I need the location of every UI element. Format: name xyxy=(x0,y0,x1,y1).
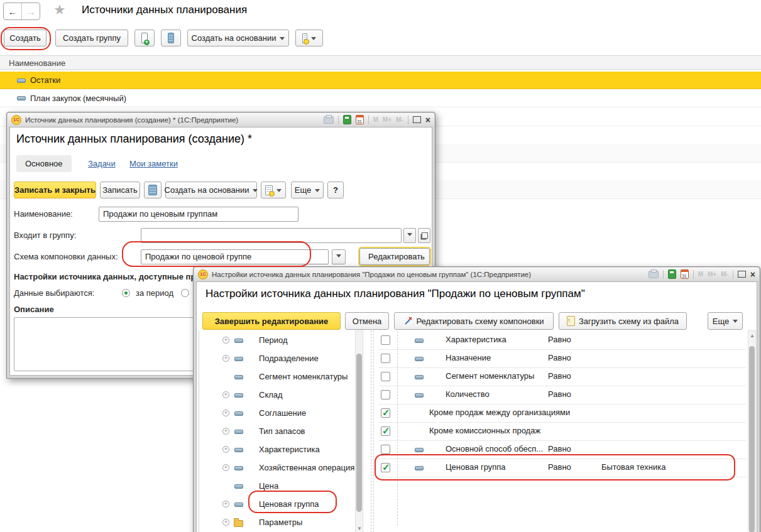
tree-item-price-group[interactable]: + Ценовая группа xyxy=(199,496,353,514)
create-group-button[interactable]: Создать группу xyxy=(55,30,128,46)
memory-m-button[interactable]: M xyxy=(373,116,378,123)
close-button[interactable]: × xyxy=(750,270,755,279)
tree-item[interactable]: + Соглашение xyxy=(199,404,353,423)
finish-editing-button[interactable]: Завершить редактирование xyxy=(202,312,341,330)
tree-item[interactable]: + Характеристика xyxy=(199,441,353,459)
new-item-icon-button[interactable] xyxy=(134,30,155,46)
expand-icon[interactable]: + xyxy=(222,519,229,526)
panel-splitter[interactable] xyxy=(371,330,371,532)
expand-icon[interactable]: + xyxy=(222,410,229,416)
edit-composition-schema-button[interactable]: Редактировать схему компоновки xyxy=(394,312,554,330)
row-checkbox[interactable] xyxy=(381,445,390,454)
dialog2-title: Настройки источника данных планирования … xyxy=(212,271,645,278)
more-button[interactable]: Еще xyxy=(708,312,743,330)
expand-icon[interactable]: + xyxy=(222,337,229,344)
save-and-close-button[interactable]: Записать и закрыть xyxy=(14,182,96,198)
tab-notes[interactable]: Мои заметки xyxy=(129,159,178,168)
row-checkbox[interactable] xyxy=(381,372,390,381)
scroll-down-icon[interactable]: ▼ xyxy=(357,526,362,531)
grid-row[interactable]: Кроме продаж между организациями xyxy=(378,404,746,423)
report-dropdown-button[interactable] xyxy=(295,30,323,46)
row-checkbox[interactable] xyxy=(381,390,390,399)
tree-item-parameters[interactable]: + Параметры xyxy=(199,514,353,532)
expand-icon[interactable]: + xyxy=(222,355,229,362)
tree-item-label: Склад xyxy=(259,390,283,399)
expand-icon[interactable]: + xyxy=(222,446,229,453)
grid-row[interactable]: Количество Равно xyxy=(378,386,746,404)
expand-icon[interactable]: + xyxy=(222,391,229,398)
row-checkbox[interactable] xyxy=(381,426,390,436)
edit-schema-button[interactable]: Редактировать xyxy=(359,248,430,265)
calendar-icon[interactable]: 31 xyxy=(681,269,689,279)
tab-main[interactable]: Основное xyxy=(16,155,72,172)
tree-item[interactable]: + Склад xyxy=(199,386,353,404)
help-button[interactable]: ? xyxy=(327,182,344,198)
grid-value: Бытовая техника xyxy=(601,462,665,472)
tree-item[interactable]: + Подразделение xyxy=(199,350,353,368)
memory-m-minus-button[interactable]: M- xyxy=(396,116,403,123)
calculator-icon[interactable] xyxy=(668,269,676,279)
tab-tasks[interactable]: Задачи xyxy=(88,159,116,168)
create-button[interactable]: Создать xyxy=(4,30,47,46)
table-row[interactable]: План закупок (месячный) xyxy=(0,89,761,107)
print-icon[interactable] xyxy=(324,116,334,124)
group-dropdown-button[interactable] xyxy=(403,228,416,243)
grid-row[interactable]: Назначение Равно xyxy=(378,349,746,368)
calendar-icon[interactable]: 31 xyxy=(356,115,364,124)
tree-item[interactable]: + Тип запасов xyxy=(199,423,353,441)
scrollbar-thumb[interactable] xyxy=(749,346,755,532)
row-checkbox[interactable] xyxy=(381,408,390,418)
tree-item[interactable]: Сегмент номенклатуры xyxy=(199,368,353,386)
radio-second-option[interactable] xyxy=(181,289,189,297)
grid-row[interactable]: Кроме комиссионных продаж xyxy=(378,422,746,441)
grid-row-price-group[interactable]: Ценовая группа Равно Бытовая техника xyxy=(378,459,746,477)
favorite-star-icon[interactable]: ★ xyxy=(53,2,66,18)
report-dropdown-button[interactable] xyxy=(261,182,286,198)
grid-row[interactable]: Сегмент номенклатуры Равно xyxy=(378,367,746,386)
dialog2-titlebar[interactable]: 1С Настройки источника данных планирован… xyxy=(194,268,759,281)
scrollbar-thumb[interactable] xyxy=(356,354,362,512)
expand-icon[interactable]: + xyxy=(222,428,229,435)
dialog1-titlebar[interactable]: 1С Источник данных планирования (создани… xyxy=(8,113,434,126)
create-based-on-button[interactable]: Создать на основании xyxy=(165,182,257,198)
group-input[interactable] xyxy=(141,228,402,243)
grid-row[interactable]: Характеристика Равно xyxy=(378,331,746,350)
name-input[interactable]: Продажи по ценовым группам xyxy=(99,207,298,222)
row-checkbox[interactable] xyxy=(381,463,390,472)
maximize-button[interactable] xyxy=(413,116,421,123)
expand-icon[interactable]: + xyxy=(222,501,229,508)
maximize-button[interactable] xyxy=(738,271,746,278)
tree-item[interactable]: Цена xyxy=(199,477,353,496)
grid-row[interactable]: Основной способ обесп... Равно xyxy=(378,440,746,459)
memory-m-plus-button[interactable]: M+ xyxy=(708,271,716,278)
tree-item[interactable]: + Период xyxy=(199,332,353,350)
memory-m-minus-button[interactable]: M- xyxy=(721,271,728,278)
row-checkbox[interactable] xyxy=(381,335,390,345)
tree-vertical-scrollbar[interactable]: ▼ xyxy=(355,330,363,532)
tree-item[interactable]: + Хозяйственная операция xyxy=(199,459,353,477)
grid-vertical-scrollbar[interactable]: ▲ xyxy=(748,330,756,532)
forward-button[interactable]: → xyxy=(22,3,40,19)
create-based-on-button[interactable]: Создать на основании xyxy=(187,30,289,46)
tree-item-label: Хозяйственная операция xyxy=(259,463,354,472)
memory-m-button[interactable]: M xyxy=(698,271,703,278)
group-open-button[interactable] xyxy=(418,228,430,243)
row-checkbox[interactable] xyxy=(381,354,390,363)
close-button[interactable]: × xyxy=(425,116,430,124)
table-row[interactable]: Остатки xyxy=(0,72,761,89)
more-button[interactable]: Еще xyxy=(291,182,324,198)
cancel-button[interactable]: Отмена xyxy=(345,312,389,330)
schema-input[interactable]: Продажи по ценовой группе xyxy=(141,249,329,264)
print-icon[interactable] xyxy=(649,271,659,278)
memory-m-plus-button[interactable]: M+ xyxy=(383,116,391,123)
expand-icon[interactable]: + xyxy=(222,464,229,471)
calculator-icon[interactable] xyxy=(343,115,351,124)
schema-dropdown-button[interactable] xyxy=(332,249,346,264)
journal-icon-button[interactable] xyxy=(161,30,181,46)
journal-icon-button[interactable] xyxy=(144,182,162,198)
save-button[interactable]: Записать xyxy=(100,182,140,198)
load-schema-button[interactable]: Загрузить схему из файла xyxy=(559,312,687,330)
scroll-up-icon[interactable]: ▲ xyxy=(750,333,755,339)
radio-for-period[interactable] xyxy=(122,289,130,297)
back-button[interactable]: ← xyxy=(4,3,22,19)
